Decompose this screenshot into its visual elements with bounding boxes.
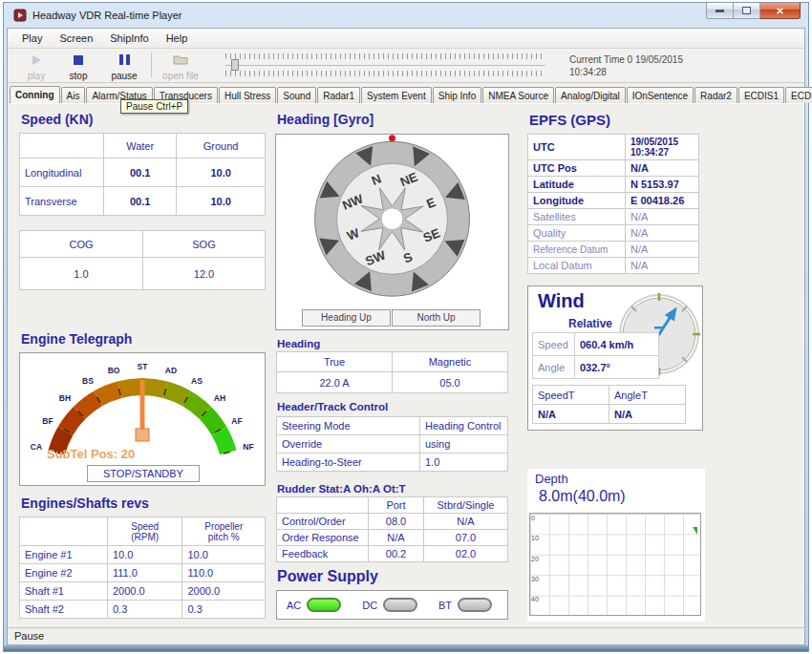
heading-col-magnetic: Magnetic	[393, 352, 508, 372]
cell-value: N/A	[626, 258, 699, 274]
epfs-panel-title: EPFS (GPS)	[529, 112, 610, 128]
cell-value: E 00418.26	[626, 193, 699, 209]
cell-value: N 5153.97	[626, 177, 699, 193]
title-bar[interactable]: Headway VDR Real-time Player ✕	[4, 3, 808, 28]
cell-value: N/A	[626, 209, 699, 225]
cell-value: 07.0	[424, 530, 508, 546]
row-label: UTC Pos	[528, 160, 626, 177]
tab-nmea-source[interactable]: NMEA Source	[482, 87, 554, 103]
telegraph-label: ST	[138, 362, 149, 371]
table-row: UTC 19/05/2015 10:34:27	[528, 135, 699, 160]
rudder-corner-cell	[277, 497, 369, 514]
open-file-icon	[173, 54, 188, 65]
row-label: Longitudinal	[20, 158, 104, 187]
cell-value: using	[420, 435, 508, 454]
table-row: Override using	[277, 435, 508, 454]
depth-current-marker	[693, 527, 697, 535]
depth-axis-tick: 0	[531, 515, 535, 521]
cell-value: 00.1	[104, 158, 177, 187]
tab-ship-info[interactable]: Ship Info	[433, 87, 481, 103]
speedt-value: N/A	[533, 405, 609, 424]
pause-button[interactable]: pause	[103, 52, 145, 81]
table-row: Engine #1 10.0 10.0	[20, 546, 266, 564]
maximize-button[interactable]	[734, 3, 760, 19]
menu-screen[interactable]: Screen	[51, 31, 101, 46]
power-supply-title: Power Supply	[277, 568, 378, 585]
tab-radar1[interactable]: Radar1	[317, 87, 360, 103]
table-row: Transverse 00.1 10.0	[20, 187, 266, 216]
engines-table: Speed (RPM) Propeller pitch % Engine #1 …	[19, 517, 266, 619]
row-label: Engine #1	[20, 546, 108, 564]
close-button[interactable]: ✕	[760, 3, 801, 19]
depth-axis-tick: 10	[531, 535, 539, 541]
current-time: Current Time 0 19/05/2015 10:34:28	[569, 53, 683, 78]
telegraph-label: BH	[59, 393, 71, 403]
speed-table: Water Ground Longitudinal 00.1 10.0 Tran…	[19, 133, 266, 216]
row-label: Steering Mode	[277, 417, 420, 435]
engines-col-speed: Speed (RPM)	[108, 517, 182, 546]
tab-conning[interactable]: Conning	[10, 86, 60, 104]
depth-axis-tick: 20	[531, 556, 539, 562]
cog-header: COG	[20, 231, 143, 258]
tab-ecdis1[interactable]: ECDIS1	[738, 87, 784, 103]
bt-label: BT	[438, 600, 452, 611]
telegraph-label: CA	[31, 442, 42, 452]
table-row: Latitude N 5153.97	[528, 177, 699, 193]
heading-up-button[interactable]: Heading Up	[302, 309, 391, 327]
slider-track[interactable]	[225, 59, 545, 71]
row-label: Engine #2	[20, 564, 108, 582]
stop-standby-button[interactable]: STOP/STANDBY	[87, 465, 200, 482]
col-line: Speed	[111, 521, 179, 532]
menu-shipinfo[interactable]: ShipInfo	[101, 31, 157, 46]
cell-value: 111.0	[108, 564, 182, 582]
depth-axis-tick: 40	[531, 596, 539, 602]
cog-value: 1.0	[20, 258, 143, 290]
wind-angle-value: 032.7°	[575, 356, 659, 379]
epfs-table: UTC 19/05/2015 10:34:27 UTC Pos N/A Lati…	[527, 134, 699, 274]
tab-system-event[interactable]: System Event	[361, 87, 432, 103]
telegraph-needle-base	[136, 429, 149, 441]
col-line: (RPM)	[111, 532, 179, 542]
track-control-table: Steering Mode Heading Control Override u…	[276, 416, 508, 472]
slider-thumb[interactable]	[231, 59, 239, 71]
row-label: Shaft #1	[20, 582, 108, 601]
row-label: Longitude	[528, 193, 626, 209]
cog-sog-table: COG SOG 1.0 12.0	[19, 230, 266, 290]
cell-value: N/A	[626, 160, 699, 177]
minimize-button[interactable]	[706, 3, 734, 19]
table-row: Speed 060.4 km/h	[533, 333, 659, 356]
minimize-icon	[716, 10, 724, 12]
power-supply-panel: AC DC BT	[276, 590, 508, 620]
ac-indicator	[307, 598, 341, 612]
wind-speed-value: 060.4 km/h	[575, 333, 659, 356]
north-up-button[interactable]: North Up	[392, 309, 481, 327]
telegraph-label: NF	[243, 442, 253, 452]
tab-radar2[interactable]: Radar2	[694, 87, 737, 103]
open-file-button[interactable]: open file	[155, 52, 206, 81]
table-row: Shaft #1 2000.0 2000.0	[20, 582, 266, 601]
rudder-col-port: Port	[369, 497, 424, 514]
toolbar-separator	[151, 53, 152, 77]
stop-button[interactable]: stop	[57, 52, 99, 81]
row-label: Heading-to-Steer	[277, 454, 420, 472]
tab-ais[interactable]: Ais	[61, 87, 86, 103]
rudder-title: Rudder Stat:A Oh:A Ot:T	[277, 483, 406, 495]
tab-hull-stress[interactable]: Hull Stress	[219, 87, 276, 103]
tab-analog-digital[interactable]: Analog/Digital	[555, 87, 626, 103]
play-button[interactable]: play	[15, 52, 57, 81]
cell-value: 00.1	[104, 187, 177, 216]
cell-value: 0.3	[108, 601, 182, 619]
tab-ionsentence[interactable]: IOnSentence	[627, 87, 694, 103]
row-label: Override	[277, 435, 420, 454]
menu-help[interactable]: Help	[158, 31, 197, 46]
tab-ecdis2[interactable]: ECDIS2	[785, 87, 812, 103]
sog-value: 12.0	[143, 258, 266, 290]
telegraph-panel-title: Engine Telegraph	[21, 331, 132, 347]
window-bottom-edge	[4, 645, 808, 651]
tab-sound[interactable]: Sound	[277, 87, 316, 103]
playback-slider[interactable]	[225, 53, 545, 78]
menu-play[interactable]: Play	[13, 31, 51, 46]
stop-label: stop	[57, 71, 99, 81]
cell-value: 10.0	[108, 546, 182, 564]
cell-value: Heading Control	[420, 417, 508, 435]
